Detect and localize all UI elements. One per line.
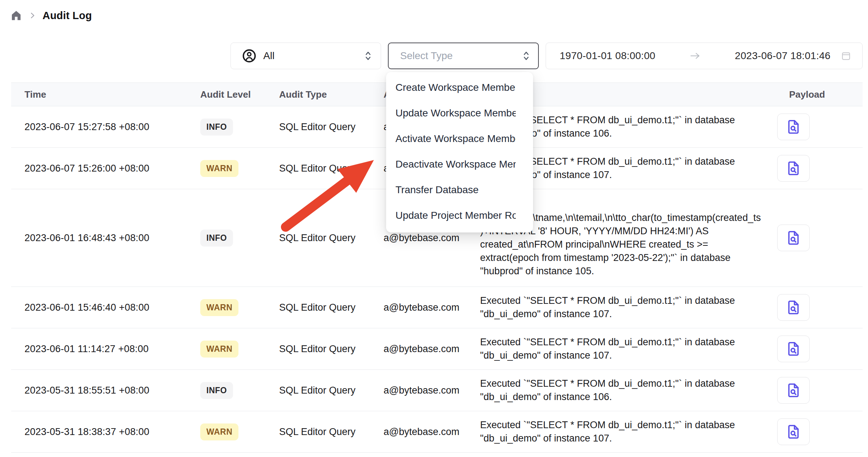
cell-time: 2023-06-01 11:14:27 +08:00 — [11, 343, 187, 355]
cell-actor: a@bytebase.com — [370, 343, 467, 355]
cell-audit-type: SQL Editor Query — [266, 163, 370, 174]
type-select-dropdown: Create Workspace Member Update Workspace… — [386, 72, 533, 232]
cell-audit-type: SQL Editor Query — [266, 121, 370, 133]
status-badge: INFO — [200, 382, 233, 399]
cell-actor: a@bytebase.com — [370, 385, 467, 396]
payload-view-button[interactable] — [777, 114, 810, 140]
type-filter-placeholder: Select Type — [400, 50, 453, 62]
table-row: 2023-05-31 18:55:51 +08:00 INFO SQL Edit… — [11, 370, 863, 411]
cell-comment: Executed `"SELECT * FROM db_ui_demo.t1;"… — [467, 336, 769, 362]
breadcrumb-chevron-icon — [28, 11, 37, 20]
file-search-icon — [785, 118, 802, 136]
column-header-time: Time — [11, 89, 187, 100]
calendar-icon — [841, 50, 851, 61]
status-badge: WARN — [200, 299, 238, 316]
payload-view-button[interactable] — [777, 155, 810, 182]
dropdown-item-update-workspace-member[interactable]: Update Workspace Member — [386, 100, 533, 126]
file-search-icon — [785, 160, 802, 177]
cell-time: 2023-06-01 15:46:40 +08:00 — [11, 302, 187, 313]
cell-audit-type: SQL Editor Query — [266, 343, 370, 355]
column-header-audit-level: Audit Level — [187, 89, 266, 100]
column-header-payload: Payload — [769, 89, 863, 100]
payload-view-button[interactable] — [777, 336, 810, 362]
file-search-icon — [785, 229, 802, 247]
cell-actor: a@bytebase.com — [370, 426, 467, 438]
file-search-icon — [785, 382, 802, 399]
column-header-audit-type: Audit Type — [266, 89, 370, 100]
cell-comment: Executed `"SELECT * FROM db_ui_demo.t1;"… — [467, 418, 769, 445]
status-badge: INFO — [200, 230, 233, 247]
table-row: 2023-06-01 11:14:27 +08:00 WARN SQL Edit… — [11, 328, 863, 370]
dropdown-item-deactivate-workspace-member[interactable]: Deactivate Workspace Member — [386, 151, 533, 177]
dropdown-item-activate-workspace-member[interactable]: Activate Workspace Member — [386, 126, 533, 151]
table-bottom-spacer — [11, 453, 863, 457]
type-filter-select[interactable]: Select Type — [388, 43, 539, 69]
cell-comment: Executed `"SELECT * FROM db_ui_demo.t1;"… — [467, 377, 769, 404]
cell-time: 2023-05-31 18:55:51 +08:00 — [11, 385, 187, 396]
user-circle-icon — [242, 48, 257, 63]
file-search-icon — [785, 299, 802, 316]
payload-view-button[interactable] — [777, 377, 810, 404]
chevrons-up-down-icon — [364, 50, 372, 62]
actor-filter-select[interactable]: All — [231, 43, 381, 69]
table-row: 2023-06-01 15:46:40 +08:00 WARN SQL Edit… — [11, 287, 863, 328]
status-badge: WARN — [200, 423, 238, 440]
cell-time: 2023-06-07 15:27:58 +08:00 — [11, 121, 187, 133]
cell-audit-type: SQL Editor Query — [266, 385, 370, 396]
cell-time: 2023-05-31 18:38:37 +08:00 — [11, 426, 187, 438]
arrow-right-icon — [689, 51, 701, 61]
date-range-picker[interactable]: 1970-01-01 08:00:00 2023-06-07 18:01:46 — [546, 43, 863, 69]
payload-view-button[interactable] — [777, 225, 810, 251]
cell-actor: a@bytebase.com — [370, 302, 467, 313]
cell-actor: a@bytebase.com — [370, 232, 467, 244]
payload-view-button[interactable] — [777, 418, 810, 445]
cell-audit-type: SQL Editor Query — [266, 302, 370, 313]
cell-audit-type: SQL Editor Query — [266, 426, 370, 438]
dropdown-item-create-workspace-member[interactable]: Create Workspace Member — [386, 75, 533, 100]
dropdown-item-update-project-member[interactable]: Update Project Member Role — [386, 203, 533, 228]
table-row: 2023-05-31 18:38:37 +08:00 WARN SQL Edit… — [11, 411, 863, 453]
status-badge: WARN — [200, 160, 238, 177]
date-range-end[interactable]: 2023-06-07 18:01:46 — [735, 50, 831, 62]
status-badge: WARN — [200, 341, 238, 358]
file-search-icon — [785, 423, 802, 440]
cell-time: 2023-06-07 15:26:00 +08:00 — [11, 163, 187, 174]
actor-filter-value: All — [263, 50, 274, 62]
payload-view-button[interactable] — [777, 294, 810, 321]
breadcrumb: Audit Log — [10, 9, 92, 22]
dropdown-item-transfer-database[interactable]: Transfer Database — [386, 177, 533, 203]
page-title: Audit Log — [42, 10, 92, 22]
cell-comment: Executed `"SELECT * FROM db_ui_demo.t1;"… — [467, 294, 769, 321]
home-icon[interactable] — [10, 9, 22, 22]
cell-time: 2023-06-01 16:48:43 +08:00 — [11, 232, 187, 244]
chevrons-up-down-icon — [522, 50, 530, 62]
date-range-start[interactable]: 1970-01-01 08:00:00 — [560, 50, 656, 62]
filter-bar: All Select Type 1970-01-01 08:00:00 2023… — [231, 43, 863, 69]
cell-audit-type: SQL Editor Query — [266, 232, 370, 244]
status-badge: INFO — [200, 119, 233, 136]
file-search-icon — [785, 340, 802, 358]
